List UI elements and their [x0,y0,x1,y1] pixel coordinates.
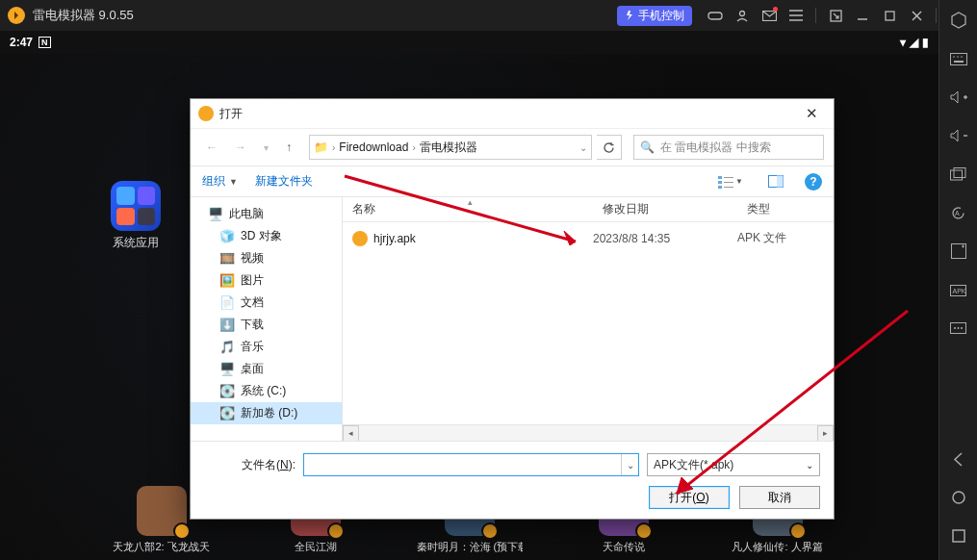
download-badge-icon [327,522,345,540]
emulator-screen: 2:47 N ▾ ◢ ▮ 系统应用 天龙八部2: 飞龙战天全民江湖秦时明月：沧海… [0,31,938,560]
folder-tree: 🖥️此电脑🧊3D 对象🎞️视频🖼️图片📄文档⬇️下载🎵音乐🖥️桌面💽系统 (C:… [191,197,343,441]
download-badge-icon [789,522,807,540]
search-placeholder: 在 雷电模拟器 中搜索 [660,140,771,156]
dock-label: 天龙八部2: 飞龙战天 [109,540,215,554]
scroll-left-button[interactable]: ◂ [343,425,359,442]
preview-pane-button[interactable] [764,173,787,190]
tree-item[interactable]: 🎞️视频 [191,247,342,269]
phone-control-button[interactable]: 手机控制 [617,6,692,26]
breadcrumb-seg-1[interactable]: 雷电模拟器 [420,140,477,156]
horizontal-scrollbar[interactable]: ◂ ▸ [343,424,834,441]
view-mode-button[interactable]: ▼ [714,173,747,191]
mail-icon[interactable] [756,4,783,27]
tree-label: 下载 [241,317,264,333]
col-date[interactable]: 修改日期 [593,197,737,221]
dialog-footer: 文件名(N): ⌄ APK文件(*.apk)⌄ 打开(O) 取消 [191,441,834,519]
svg-point-27 [961,56,963,58]
chevron-down-icon[interactable]: ⌄ [621,454,638,475]
install-apk-icon[interactable] [948,241,969,262]
tree-item[interactable]: 📄文档 [191,292,342,314]
dl-icon: ⬇️ [219,318,235,333]
file-open-dialog: 打开 ✕ ← → ▾ ↑ 📁 › Firedownload › 雷电模拟器 ⌄ … [190,98,835,520]
nav-back-icon[interactable] [948,448,969,470]
svg-text:APK: APK [953,288,966,294]
tree-item[interactable]: 🖥️此电脑 [191,203,342,225]
minimize-icon[interactable] [849,4,876,27]
svg-point-1 [740,12,745,16]
open-button[interactable]: 打开(O) [649,486,730,509]
fullscreen-icon[interactable] [822,4,849,27]
apk-file-icon [352,231,368,246]
multi-window-icon[interactable] [948,164,969,185]
tree-label: 此电脑 [229,206,264,222]
signal-icon: ◢ [910,36,918,49]
col-type[interactable]: 类型 [737,197,834,221]
tree-item[interactable]: 💽系统 (C:) [191,380,342,402]
user-icon[interactable] [729,4,756,27]
tree-item[interactable]: 🎵音乐 [191,336,342,358]
refresh-button[interactable] [597,135,622,160]
file-row[interactable]: hjrjy.apk 2023/8/8 14:35 APK 文件 [343,228,834,248]
nav-up-button[interactable]: ↑ [280,137,297,158]
screenshot-icon[interactable]: APK [948,279,969,300]
svg-point-41 [954,327,956,329]
filename-label: 文件名(N): [204,457,296,473]
svg-rect-12 [718,181,722,184]
svg-marker-23 [952,13,965,28]
tree-item[interactable]: 💽新加卷 (D:) [191,402,342,424]
dock-label: 全民江湖 [263,540,369,554]
volume-up-icon[interactable] [948,87,969,108]
keyboard-icon[interactable] [948,48,969,69]
dock-thumb [137,486,187,536]
col-name[interactable]: 名称▴ [343,197,593,221]
cancel-button[interactable]: 取消 [739,486,820,509]
tree-item[interactable]: 🖥️桌面 [191,358,342,380]
menu-icon[interactable] [783,4,810,27]
nav-recents-icon[interactable] [948,525,969,547]
breadcrumb[interactable]: 📁 › Firedownload › 雷电模拟器 ⌄ [309,135,592,160]
shape-hex-icon[interactable] [948,10,969,31]
search-icon: 🔍 [640,140,655,154]
gamepad-icon[interactable] [702,4,729,27]
svg-point-25 [953,56,955,58]
file-date: 2023/8/8 14:35 [593,232,737,245]
file-type: APK 文件 [737,230,834,246]
svg-rect-13 [718,186,722,189]
organize-menu[interactable]: 组织 ▼ [202,173,238,190]
search-input[interactable]: 🔍 在 雷电模拟器 中搜索 [633,135,824,160]
filetype-filter[interactable]: APK文件(*.apk)⌄ [647,453,820,476]
close-icon[interactable] [903,4,930,27]
sync-icon[interactable]: A [948,202,969,223]
nav-forward-button[interactable]: → [229,137,252,158]
filename-input[interactable]: ⌄ [303,453,639,476]
nav-home-icon[interactable] [948,487,969,508]
scroll-right-button[interactable]: ▸ [817,425,834,442]
system-apps-shortcut[interactable]: 系统应用 [109,181,163,251]
column-headers: 名称▴ 修改日期 类型 [343,197,834,222]
tree-item[interactable]: 🖼️图片 [191,269,342,292]
svg-rect-11 [718,176,722,179]
video-icon: 🎞️ [219,251,235,267]
svg-rect-0 [708,13,722,19]
svg-rect-45 [953,530,964,542]
volume-down-icon[interactable] [948,125,969,146]
3d-icon: 🧊 [219,229,235,244]
dialog-close-button[interactable]: ✕ [797,105,826,122]
chevron-down-icon[interactable]: ⌄ [579,142,587,153]
history-dropdown[interactable]: ▾ [258,139,274,157]
dialog-nav: ← → ▾ ↑ 📁 › Firedownload › 雷电模拟器 ⌄ 🔍 在 雷… [191,128,834,166]
maximize-icon[interactable] [876,4,903,27]
nav-back-button[interactable]: ← [200,137,223,158]
new-folder-button[interactable]: 新建文件夹 [255,173,313,190]
tree-item[interactable]: ⬇️下载 [191,314,342,336]
file-name: hjrjy.apk [373,232,416,245]
chevron-right-icon: › [332,142,335,153]
app-title: 雷电模拟器 9.0.55 [33,7,134,24]
more-icon[interactable] [948,318,969,339]
desk-icon: 🖥️ [219,362,235,377]
tree-label: 系统 (C:) [241,383,286,399]
breadcrumb-seg-0[interactable]: Firedownload [339,140,408,154]
help-button[interactable]: ? [805,173,822,191]
tree-item[interactable]: 🧊3D 对象 [191,225,342,247]
svg-rect-24 [950,53,966,64]
